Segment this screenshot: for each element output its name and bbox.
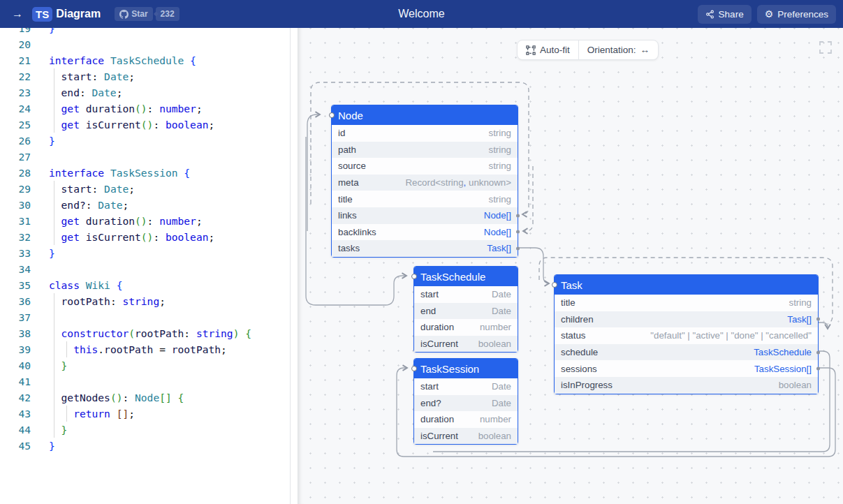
indent-guide [54, 309, 54, 325]
code-line-24[interactable]: 24 get duration(): number; [0, 101, 290, 117]
entity-task[interactable]: TasktitlestringchildrenTask[]status"defa… [554, 274, 819, 394]
entity-task-row-sessions[interactable]: sessionsTaskSession[] [555, 360, 818, 377]
code-line-30[interactable]: 30 end?: Date; [0, 197, 290, 213]
source-handle[interactable] [816, 318, 820, 321]
code-line-36[interactable]: 36 rootPath: string; [0, 293, 290, 309]
property-type[interactable]: Task[] [487, 243, 511, 253]
code-text: get duration(): number; [49, 213, 203, 229]
line-number: 44 [0, 422, 31, 438]
entity-task-target-handle[interactable] [552, 282, 557, 288]
entity-node-row-path[interactable]: pathstring [332, 142, 518, 158]
property-type: Record<string, unknown> [405, 177, 511, 188]
code-line-41[interactable]: 41 [0, 373, 290, 390]
preferences-button[interactable]: ⚙ Preferences [757, 5, 836, 24]
entity-tasksession-row-isCurrent[interactable]: isCurrentboolean [414, 428, 518, 445]
orientation-label: Orientation: [587, 45, 636, 55]
code-line-40[interactable]: 40 } [0, 357, 290, 373]
github-star-badge[interactable]: Star 232 [115, 7, 179, 21]
gear-icon: ⚙ [765, 9, 774, 19]
source-handle[interactable] [816, 350, 820, 354]
property-type[interactable]: TaskSchedule [754, 347, 812, 357]
code-text: constructor(rootPath: string) { [49, 325, 251, 341]
code-line-26[interactable]: 26} [0, 133, 290, 149]
entity-taskschedule-target-handle[interactable] [411, 274, 417, 279]
code-editor[interactable]: 19}2021interface TaskSchedule {22 start:… [0, 28, 290, 504]
code-line-28[interactable]: 28interface TaskSession { [0, 165, 290, 181]
entity-task-row-status[interactable]: status"default" | "active" | "done" | "c… [555, 327, 818, 344]
source-handle[interactable] [516, 230, 520, 234]
panel-resizer[interactable] [290, 28, 291, 504]
code-line-44[interactable]: 44 } [0, 422, 290, 438]
code-line-20[interactable]: 20 [0, 36, 290, 52]
entity-node-row-backlinks[interactable]: backlinksNode[] [332, 224, 518, 241]
entity-taskschedule-row-duration[interactable]: durationnumber [414, 319, 518, 336]
entity-tasksession-row-end[interactable]: end?Date [414, 395, 518, 412]
share-button[interactable]: Share [698, 5, 752, 24]
canvas-toolbar: Auto-fit Orientation: ↔ [517, 40, 659, 60]
entity-task-row-schedule[interactable]: scheduleTaskSchedule [555, 344, 818, 361]
entity-task-row-children[interactable]: childrenTask[] [555, 311, 818, 328]
entity-node-row-id[interactable]: idstring [332, 125, 518, 142]
code-line-31[interactable]: 31 get duration(): number; [0, 213, 290, 229]
entity-taskschedule-row-end[interactable]: endDate [414, 303, 518, 320]
code-line-19[interactable]: 19} [0, 28, 290, 36]
property-type[interactable]: TaskSession[] [754, 364, 812, 374]
line-number: 24 [0, 101, 31, 117]
code-line-42[interactable]: 42 getNodes(): Node[] { [0, 390, 290, 406]
code-line-22[interactable]: 22 start: Date; [0, 68, 290, 84]
entity-tasksession-header[interactable]: TaskSession [414, 359, 518, 378]
entity-task-row-isInProgress[interactable]: isInProgressboolean [555, 377, 818, 394]
code-line-32[interactable]: 32 get isCurrent(): boolean; [0, 229, 290, 245]
code-line-39[interactable]: 39 this.rootPath = rootPath; [0, 341, 290, 357]
entity-tasksession-row-start[interactable]: startDate [414, 378, 518, 395]
fullscreen-icon[interactable] [819, 41, 832, 54]
entity-node-row-source[interactable]: sourcestring [332, 158, 518, 175]
code-line-23[interactable]: 23 end: Date; [0, 84, 290, 101]
code-line-27[interactable]: 27 [0, 149, 290, 165]
code-line-25[interactable]: 25 get isCurrent(): boolean; [0, 117, 290, 133]
entity-task-row-title[interactable]: titlestring [555, 295, 818, 311]
property-type[interactable]: Node[] [484, 227, 511, 237]
property-type[interactable]: Node[] [484, 210, 511, 221]
line-number: 45 [0, 438, 31, 454]
code-text: start: Date; [49, 181, 135, 197]
entity-tasksession-target-handle[interactable] [411, 366, 417, 371]
code-line-33[interactable]: 33} [0, 245, 290, 261]
code-line-29[interactable]: 29 start: Date; [0, 181, 290, 197]
entity-task-header[interactable]: Task [555, 275, 818, 295]
code-line-35[interactable]: 35class Wiki { [0, 277, 290, 293]
entity-node-row-title[interactable]: titlestring [332, 191, 518, 207]
entity-taskschedule-header[interactable]: TaskSchedule [414, 267, 518, 286]
entity-tasksession[interactable]: TaskSessionstartDateend?Datedurationnumb… [413, 358, 518, 445]
entity-taskschedule[interactable]: TaskSchedulestartDateendDatedurationnumb… [413, 266, 518, 353]
line-number: 43 [0, 406, 31, 422]
line-number: 34 [0, 261, 31, 277]
entity-node-row-meta[interactable]: metaRecord<string, unknown> [332, 175, 518, 191]
entity-node[interactable]: NodeidstringpathstringsourcestringmetaRe… [331, 105, 518, 258]
property-type[interactable]: Task[] [787, 314, 812, 325]
source-handle[interactable] [516, 214, 520, 217]
code-line-21[interactable]: 21interface TaskSchedule { [0, 52, 290, 68]
entity-taskschedule-row-isCurrent[interactable]: isCurrentboolean [414, 336, 518, 353]
code-line-38[interactable]: 38 constructor(rootPath: string) { [0, 325, 290, 341]
property-type: Date [492, 306, 511, 316]
autofit-button[interactable]: Auto-fit [518, 40, 578, 59]
entity-node-row-links[interactable]: linksNode[] [332, 207, 518, 224]
entity-node-row-tasks[interactable]: tasksTask[] [332, 240, 518, 257]
property-name: source [338, 161, 366, 171]
code-text: class Wiki { [49, 277, 122, 293]
diagram-canvas[interactable] [298, 28, 843, 504]
code-text: interface TaskSession { [49, 165, 190, 181]
entity-tasksession-row-duration[interactable]: durationnumber [414, 411, 518, 428]
code-line-43[interactable]: 43 return []; [0, 406, 290, 422]
orientation-button[interactable]: Orientation: ↔ [579, 40, 658, 59]
entity-node-target-handle[interactable] [329, 112, 335, 118]
source-handle[interactable] [516, 246, 520, 250]
code-line-34[interactable]: 34 [0, 261, 290, 277]
back-arrow-icon[interactable]: → [10, 8, 25, 20]
code-line-37[interactable]: 37 [0, 309, 290, 325]
source-handle[interactable] [816, 367, 820, 371]
entity-node-header[interactable]: Node [332, 105, 518, 125]
code-line-45[interactable]: 45} [0, 438, 290, 454]
entity-taskschedule-row-start[interactable]: startDate [414, 286, 518, 303]
